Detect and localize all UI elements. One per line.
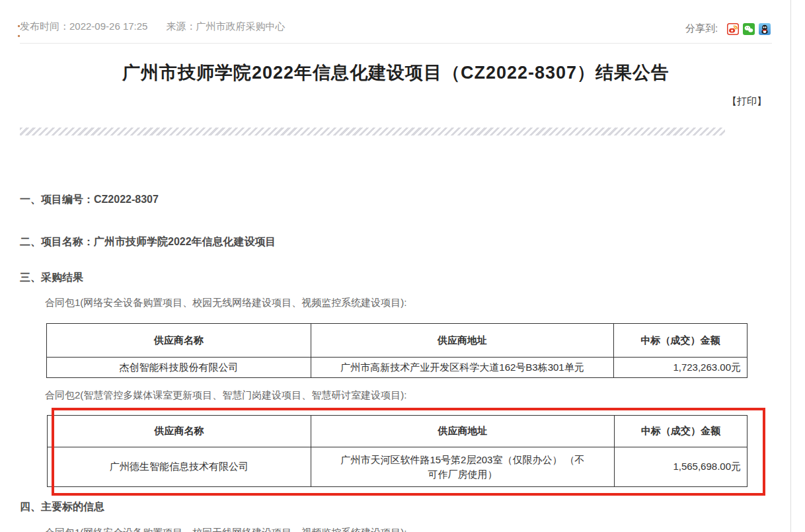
print-button[interactable]: 【打印】 (727, 95, 767, 108)
source-label: 来源： (166, 20, 196, 32)
col-award-amount: 中标（成交）金额 (615, 416, 748, 447)
col-award-amount: 中标（成交）金额 (614, 324, 748, 358)
section-project-number: 一、项目编号：CZ2022-8307 (20, 193, 159, 207)
publish-time-value: 2022-09-26 17:25 (69, 20, 147, 32)
col-supplier-address: 供应商地址 (311, 324, 614, 358)
hatched-divider (20, 128, 725, 135)
weibo-icon[interactable] (727, 23, 739, 35)
share-label: 分享到: (685, 22, 718, 35)
publish-time-label: 发布时间： (20, 20, 69, 32)
col-supplier-address: 供应商地址 (311, 416, 615, 447)
page-right-border (790, 0, 791, 532)
section-main-subject-info: 四、主要标的信息 (20, 500, 104, 514)
table-row: 杰创智能科技股份有限公司 广州市高新技术产业开发区科学大道162号B3栋301单… (47, 358, 748, 378)
section-procurement-result: 三、采购结果 (20, 271, 83, 285)
table-row: 广州德生智能信息技术有限公司 广州市天河区软件路15号第2层203室（仅限办公）… (48, 447, 748, 487)
source-name: 广州市政府采购中心 (196, 20, 285, 32)
supplier-name: 杰创智能科技股份有限公司 (47, 358, 311, 378)
page-title: 广州市技师学院2022年信息化建设项目（CZ2022-8307）结果公告 (20, 61, 772, 85)
wechat-icon[interactable] (743, 23, 755, 35)
supplier-address: 广州市高新技术产业开发区科学大道162号B3栋301单元 (311, 358, 614, 378)
package2-table: 供应商名称 供应商地址 中标（成交）金额 广州德生智能信息技术有限公司 广州市天… (47, 415, 748, 487)
red-speck (18, 35, 20, 37)
clipped-package1-line: 合同包1(网络安全设备购置项目、校园无线网络建设项目、视频监控系统建设项目): (45, 527, 407, 532)
package2-label: 合同包2(智慧管控多媒体课室更新项目、智慧门岗建设项目、智慧研讨室建设项目): (45, 389, 407, 402)
col-supplier-name: 供应商名称 (47, 324, 311, 358)
share-bar: 分享到: (685, 22, 771, 35)
table-header-row: 供应商名称 供应商地址 中标（成交）金额 (48, 416, 748, 447)
table-header-row: 供应商名称 供应商地址 中标（成交）金额 (47, 324, 748, 358)
package1-table: 供应商名称 供应商地址 中标（成交）金额 杰创智能科技股份有限公司 广州市高新技… (46, 323, 748, 378)
qq-icon[interactable] (759, 23, 771, 35)
section-project-name: 二、项目名称：广州市技师学院2022年信息化建设项目 (20, 235, 276, 249)
topbar-divider (20, 43, 772, 44)
col-supplier-name: 供应商名称 (48, 416, 311, 447)
package1-label: 合同包1(网络安全设备购置项目、校园无线网络建设项目、视频监控系统建设项目): (45, 297, 407, 309)
award-amount: 1,565,698.00元 (615, 447, 748, 487)
award-amount: 1,723,263.00元 (614, 358, 748, 378)
supplier-address: 广州市天河区软件路15号第2层203室（仅限办公） （不可作厂房使用） (311, 447, 615, 487)
supplier-name: 广州德生智能信息技术有限公司 (48, 447, 311, 487)
publish-info-bar: 发布时间：2022-09-26 17:25来源：广州市政府采购中心 (20, 20, 285, 33)
